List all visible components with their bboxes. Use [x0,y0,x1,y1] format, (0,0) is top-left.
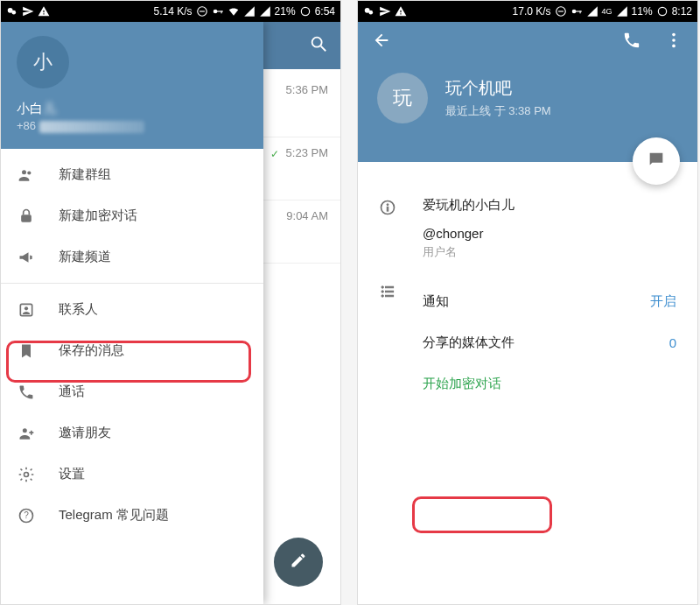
row-value: 0 [669,335,676,350]
shared-media-row[interactable]: 分享的媒体文件 0 [423,322,676,363]
menu-new-group[interactable]: 新建群组 [1,154,263,195]
avatar[interactable]: 玩 [377,73,428,123]
list-icon [379,281,398,405]
svg-text:?: ? [24,510,29,520]
menu-label: 邀请朋友 [59,425,111,441]
svg-point-37 [382,295,384,298]
menu-new-secret-chat[interactable]: 新建加密对话 [1,195,263,236]
vpn-key-icon [570,5,583,18]
message-icon [647,150,666,172]
pencil-icon [290,552,307,573]
profile-status: 最近上线 于 3:38 PM [445,103,551,119]
svg-rect-6 [220,11,221,13]
svg-point-1 [11,11,16,15]
svg-rect-22 [558,11,564,11]
person-icon [17,301,36,319]
menu-label: 保存的消息 [59,342,124,359]
menu-label: 通话 [59,383,85,400]
svg-point-27 [672,33,676,37]
menu-new-channel[interactable]: 新建频道 [1,236,263,278]
svg-point-15 [23,428,27,433]
gear-icon [17,466,36,483]
net-type: 4G [602,7,612,16]
menu-saved-messages[interactable]: 保存的消息 [1,330,263,371]
call-button[interactable] [622,31,641,53]
notifications-row[interactable]: 通知 开启 [423,281,676,322]
menu-label: Telegram 常见问题 [59,507,169,524]
network-speed: 5.14 K/s [154,5,192,18]
battery-ring-icon [299,5,312,18]
signal-icon [243,5,256,18]
warning-icon [395,5,407,18]
wifi-icon [228,5,240,18]
battery-pct: 21% [275,5,296,18]
svg-rect-34 [386,286,394,288]
profile-name: 玩个机吧 [445,77,551,100]
svg-point-8 [312,38,322,47]
send-icon [379,5,391,18]
username[interactable]: @chonger [423,226,676,241]
profile-header: 玩 玩个机吧 最近上线 于 3:38 PM [358,22,697,162]
phone-left: 5.14 K/s 21% 6:54 5:36 PM ✓ [0,0,341,605]
chat-time: 5:36 PM [286,83,328,96]
profile-body: 爱玩机的小白儿 @chonger 用户名 通知 开启 分享的媒体文件 0 [358,162,697,405]
nav-drawer: 小 小白儿 +86 新建群组 新建加密对话 新建频道 [1,22,263,604]
group-icon [17,166,36,184]
profile-phone: +86 [17,119,248,133]
svg-point-28 [672,39,676,42]
svg-point-14 [24,306,28,310]
megaphone-icon [17,249,36,266]
check-icon: ✓ [270,148,279,160]
help-icon: ? [17,507,36,524]
svg-point-7 [301,7,309,15]
menu-contacts[interactable]: 联系人 [1,289,263,330]
person-add-icon [17,425,36,442]
compose-fab[interactable] [274,538,323,587]
svg-rect-36 [386,291,394,292]
avatar[interactable]: 小 [17,36,69,88]
row-label: 通知 [423,293,449,310]
battery-pct: 11% [632,5,653,18]
bookmark-icon [17,342,36,360]
svg-rect-32 [387,207,388,211]
send-icon [22,5,34,18]
menu-invite-friends[interactable]: 邀请朋友 [1,412,263,454]
warning-icon [38,5,50,18]
profile-name: 小白儿 [17,101,248,117]
phone-right: 17.0 K/s 4G 11% 8:12 玩 [357,0,698,605]
svg-point-29 [672,45,676,48]
wechat-icon [6,5,18,18]
svg-point-23 [571,10,576,14]
menu-faq[interactable]: ? Telegram 常见问题 [1,495,263,536]
username-label: 用户名 [423,244,676,260]
highlight-annotation [412,496,552,533]
svg-rect-5 [216,11,222,11]
statusbar: 17.0 K/s 4G 11% 8:12 [358,1,697,22]
svg-rect-25 [579,11,580,13]
back-button[interactable] [372,31,391,53]
signal-icon [586,5,598,18]
svg-point-11 [27,171,31,174]
drawer-menu: 新建群组 新建加密对话 新建频道 联系人 保存的消息 [1,149,263,541]
dnd-icon [196,5,208,18]
drawer-header: 小 小白儿 +86 [1,22,263,149]
svg-point-31 [387,204,388,206]
more-button[interactable] [664,31,683,53]
svg-line-9 [321,46,326,52]
signal2-icon [259,5,271,18]
vpn-key-icon [212,5,224,18]
menu-calls[interactable]: 通话 [1,371,263,412]
svg-point-26 [658,7,666,15]
network-speed: 17.0 K/s [513,5,551,18]
wechat-icon [363,5,375,18]
row-label: 分享的媒体文件 [423,334,514,351]
menu-label: 新建频道 [59,249,111,265]
statusbar: 5.14 K/s 21% 6:54 [1,1,340,22]
menu-settings[interactable]: 设置 [1,454,263,495]
svg-point-33 [382,286,384,289]
chat-time: 9:04 AM [286,209,328,222]
message-fab[interactable] [633,137,680,185]
chat-time: 5:23 PM [286,146,328,159]
start-secret-chat[interactable]: 开始加密对话 [423,363,676,405]
search-icon[interactable] [309,34,328,57]
